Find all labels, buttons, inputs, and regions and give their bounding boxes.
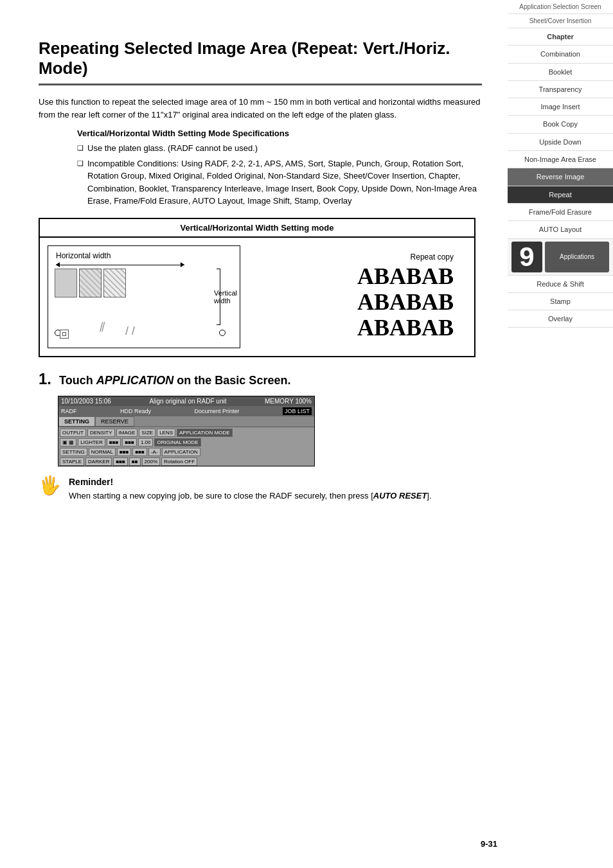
screen-size[interactable]: SIZE <box>139 429 155 437</box>
screen-size5[interactable]: ■■■ <box>132 448 147 456</box>
sidebar-item-application-selection[interactable]: Application Selection Screen <box>508 0 613 14</box>
doc-pages <box>55 269 126 297</box>
screen-radf: RADF <box>61 408 77 414</box>
screen-status: Align original on RADF unit <box>149 398 226 405</box>
sidebar-item-transparency[interactable]: Transparency <box>508 81 613 98</box>
diagram-box: Vertical/Horizontal Width Setting mode H… <box>39 218 475 357</box>
screen-time: 10/10/2003 15:06 <box>61 398 111 405</box>
screen-orig-mode: ORIGINAL MODE <box>154 438 200 447</box>
tab-reserve[interactable]: RESERVE <box>95 416 134 427</box>
screen-auto-dash: -A- <box>148 448 161 456</box>
horiz-label: Horizontal width <box>56 251 184 269</box>
screen-lens-val: 1.00 <box>138 438 154 447</box>
sidebar-item-image-insert[interactable]: Image Insert <box>508 98 613 116</box>
screen-doc-print: Document Printer <box>194 408 239 414</box>
screen-row-3: SETTING NORMAL ■■■ ■■■ -A- APPLICATION <box>60 448 313 456</box>
screen-darker[interactable]: DARKER <box>85 457 112 466</box>
sidebar-item-reduce-shift[interactable]: Stamp <box>508 293 613 310</box>
screen-icons: ▣ ▦ <box>60 438 76 447</box>
screen-output: OUTPUT <box>60 429 86 437</box>
sidebar-item-auto-layout[interactable]: AUTO Layout <box>508 221 613 238</box>
small-square <box>60 330 69 339</box>
diagram-content: Horizontal width Ver <box>40 238 474 356</box>
slash-marks: / / <box>100 320 103 335</box>
screen-size3[interactable]: ■■■ <box>122 438 137 447</box>
screen-lighter[interactable]: LIGHTER <box>78 438 105 447</box>
screen-application-btn[interactable]: APPLICATION <box>162 448 200 456</box>
sidebar-item-stamp[interactable]: Overlay <box>508 310 613 328</box>
section-label: Applications <box>545 242 609 272</box>
main-content: Repeating Selected Image Area (Repeat: V… <box>0 0 508 868</box>
screen-sub-header: RADF HDD Ready Document Printer JOB LIST <box>58 406 314 416</box>
screen-rotation-off[interactable]: Rotation OFF <box>161 457 197 466</box>
sidebar-item-upside-down[interactable]: Upside Down <box>508 134 613 151</box>
screen-size7[interactable]: ■■ <box>129 457 141 466</box>
reminder-title: Reminder! <box>69 477 482 487</box>
doc-page-2 <box>79 269 102 297</box>
sidebar-item-reverse-image[interactable]: Reverse Image <box>508 168 613 186</box>
screen-setting: SETTING <box>60 448 87 456</box>
screen-tabs: SETTING RESERVE <box>58 416 314 427</box>
screen-body: OUTPUT DENSITY IMAGE SIZE LENS APPLICATI… <box>58 427 314 466</box>
sidebar-item-chapter[interactable]: Chapter <box>508 28 613 46</box>
page-title: Repeating Selected Image Area (Repeat: V… <box>39 39 482 85</box>
spec-item-2: Incompatible Conditions: Using RADF, 2-2… <box>77 157 482 208</box>
page-number: 9-31 <box>481 839 497 849</box>
sidebar: Application Selection Screen Sheet/Cover… <box>508 0 613 868</box>
screen-size6[interactable]: ■■■ <box>113 457 128 466</box>
circle-marker-2 <box>219 330 226 336</box>
reminder-text: When starting a new copying job, be sure… <box>69 490 482 502</box>
screen-lens: LENS <box>157 429 175 437</box>
step-1-heading: 1. Touch APPLICATION on the Basic Screen… <box>39 370 482 388</box>
sidebar-item-book-copy[interactable]: Book Copy <box>508 116 613 133</box>
diagram-illustration: Horizontal width Ver <box>48 245 240 348</box>
sidebar-badge-row: 9 Applications <box>508 239 613 276</box>
screenshot-inner: 10/10/2003 15:06 Align original on RADF … <box>58 396 314 466</box>
diagram-right: Repeat copy ABABAB ABABAB ABABAB <box>240 252 466 341</box>
vert-label: Vertical width <box>214 289 237 305</box>
screen-image[interactable]: IMAGE <box>116 429 138 437</box>
reminder-icon: 🖐 <box>39 477 61 495</box>
sidebar-item-frame-fold[interactable]: Frame/Fold Erasure <box>508 204 613 221</box>
screen-density[interactable]: DENSITY <box>87 429 115 437</box>
tab-setting[interactable]: SETTING <box>58 416 95 427</box>
sidebar-item-overlay[interactable] <box>508 328 613 335</box>
screen-row-2: ▣ ▦ LIGHTER ■■■ ■■■ 1.00 ORIGINAL MODE <box>60 438 313 447</box>
reminder-content: Reminder! When starting a new copying jo… <box>69 477 482 502</box>
spec-item-1: Use the platen glass. (RADF cannot be us… <box>77 142 482 155</box>
intro-paragraph: Use this function to repeat the selected… <box>39 96 482 121</box>
sidebar-item-booklet[interactable]: Booklet <box>508 64 613 81</box>
screen-row-4: STAPLE DARKER ■■■ ■■ 200% Rotation OFF <box>60 457 313 466</box>
slash-marks-2: / / <box>125 324 135 338</box>
screen-job-list[interactable]: JOB LIST <box>283 407 312 415</box>
ababab-display: ABABAB ABABAB ABABAB <box>357 264 454 341</box>
screen-ready: HDD Ready <box>120 408 151 414</box>
step-number: 1. <box>39 370 51 388</box>
step-text: Touch APPLICATION on the Basic Screen. <box>59 374 290 387</box>
spec-section: Vertical/Horizontal Width Setting Mode S… <box>39 128 482 208</box>
diagram-header: Vertical/Horizontal Width Setting mode <box>40 219 474 238</box>
section-number: 9 <box>511 242 542 272</box>
screen-header: 10/10/2003 15:06 Align original on RADF … <box>58 396 314 406</box>
screen-row-1: OUTPUT DENSITY IMAGE SIZE LENS APPLICATI… <box>60 429 313 437</box>
screenshot-box: 10/10/2003 15:06 Align original on RADF … <box>58 396 315 466</box>
screen-size2[interactable]: ■■■ <box>107 438 121 447</box>
sidebar-item-non-image-area[interactable]: Non-Image Area Erase <box>508 151 613 168</box>
screen-200: 200% <box>142 457 160 466</box>
screen-staple[interactable]: STAPLE <box>60 457 84 466</box>
doc-page-3 <box>103 269 126 297</box>
screen-size4[interactable]: ■■■ <box>117 448 132 456</box>
doc-page-1 <box>55 269 77 297</box>
screen-memory: MEMORY 100% <box>265 398 312 405</box>
reminder-box: 🖐 Reminder! When starting a new copying … <box>39 477 482 502</box>
sidebar-item-repeat[interactable]: Repeat <box>508 186 613 204</box>
sidebar-item-image-shift[interactable]: Reduce & Shift <box>508 276 613 293</box>
spec-list: Use the platen glass. (RADF cannot be us… <box>39 142 482 208</box>
repeat-copy-label: Repeat copy <box>411 252 454 261</box>
screen-normal[interactable]: NORMAL <box>89 448 116 456</box>
spec-title: Vertical/Horizontal Width Setting Mode S… <box>39 128 482 138</box>
sidebar-item-combination[interactable]: Combination <box>508 46 613 63</box>
sidebar-item-sheet-cover[interactable]: Sheet/Cover Insertion <box>508 14 613 28</box>
screen-app-mode: APPLICATION MODE <box>177 429 233 437</box>
